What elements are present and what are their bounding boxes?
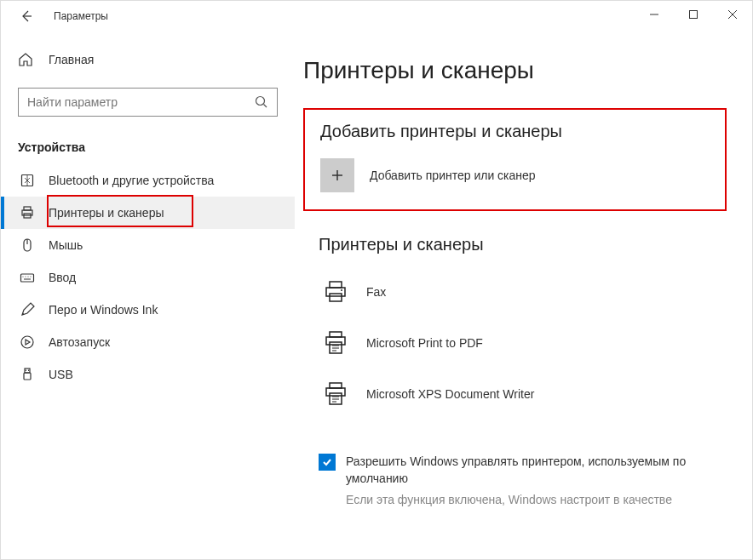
print-pdf-icon bbox=[319, 326, 353, 360]
svg-rect-27 bbox=[330, 282, 342, 288]
category-header: Устройства bbox=[1, 134, 295, 164]
mouse-icon bbox=[20, 237, 35, 253]
svg-point-4 bbox=[256, 97, 265, 106]
plus-icon bbox=[331, 169, 344, 182]
minimize-icon bbox=[650, 10, 658, 19]
svg-rect-20 bbox=[25, 369, 30, 373]
plus-button bbox=[320, 158, 354, 192]
close-button[interactable] bbox=[713, 1, 752, 28]
titlebar: Параметры bbox=[1, 1, 752, 31]
sidebar-item-printers[interactable]: Принтеры и сканеры bbox=[1, 197, 295, 229]
list-section-title: Принтеры и сканеры bbox=[319, 235, 727, 254]
main-content: Принтеры и сканеры Добавить принтеры и с… bbox=[295, 31, 752, 559]
svg-rect-12 bbox=[21, 274, 34, 282]
window-title: Параметры bbox=[54, 10, 108, 22]
pen-icon bbox=[20, 302, 35, 317]
maximize-icon bbox=[689, 10, 698, 19]
sidebar-item-usb[interactable]: USB bbox=[1, 358, 295, 391]
keyboard-icon bbox=[20, 270, 35, 285]
hint-text: Если эта функция включена, Windows настр… bbox=[346, 492, 727, 509]
svg-point-13 bbox=[22, 276, 23, 277]
svg-rect-21 bbox=[24, 373, 31, 380]
sidebar: Главная Устройства Bluetooth и другие ус… bbox=[1, 31, 295, 559]
maximize-button[interactable] bbox=[674, 1, 713, 28]
sidebar-item-autoplay[interactable]: Автозапуск bbox=[1, 326, 295, 358]
sidebar-item-bluetooth[interactable]: Bluetooth и другие устройства bbox=[1, 164, 295, 197]
checkbox[interactable] bbox=[319, 454, 336, 471]
svg-rect-31 bbox=[330, 332, 342, 337]
minimize-button[interactable] bbox=[635, 1, 674, 28]
svg-point-16 bbox=[30, 276, 31, 277]
sidebar-item-label: Перо и Windows Ink bbox=[49, 303, 158, 317]
home-link[interactable]: Главная bbox=[1, 43, 295, 76]
search-box[interactable] bbox=[18, 88, 278, 117]
device-xps-writer[interactable]: Microsoft XPS Document Writer bbox=[319, 369, 727, 420]
close-icon bbox=[728, 10, 737, 19]
add-printer-button[interactable]: Добавить принтер или сканер bbox=[320, 158, 710, 192]
back-button[interactable] bbox=[11, 1, 42, 31]
svg-rect-8 bbox=[24, 207, 31, 210]
device-fax[interactable]: Fax bbox=[319, 266, 727, 317]
xps-icon bbox=[319, 377, 353, 411]
sidebar-item-label: USB bbox=[49, 368, 73, 381]
window-controls bbox=[635, 1, 752, 28]
usb-icon bbox=[20, 367, 35, 382]
sidebar-item-label: Принтеры и сканеры bbox=[49, 206, 164, 220]
svg-point-18 bbox=[22, 313, 24, 315]
sidebar-item-label: Bluetooth и другие устройства bbox=[49, 174, 214, 187]
home-icon bbox=[18, 52, 33, 67]
sidebar-item-mouse[interactable]: Мышь bbox=[1, 229, 295, 261]
device-label: Fax bbox=[366, 285, 386, 299]
printer-icon bbox=[20, 205, 35, 220]
sidebar-item-pen[interactable]: Перо и Windows Ink bbox=[1, 294, 295, 326]
svg-point-14 bbox=[25, 276, 26, 277]
autoplay-icon bbox=[20, 334, 35, 350]
default-printer-checkbox-row[interactable]: Разрешить Windows управлять принтером, и… bbox=[319, 454, 727, 487]
svg-rect-37 bbox=[330, 383, 342, 388]
search-icon bbox=[255, 95, 268, 109]
svg-point-29 bbox=[341, 289, 342, 291]
back-arrow-icon bbox=[20, 9, 33, 23]
sidebar-item-label: Ввод bbox=[49, 271, 76, 284]
checkbox-label: Разрешить Windows управлять принтером, и… bbox=[346, 454, 727, 487]
device-print-pdf[interactable]: Microsoft Print to PDF bbox=[319, 317, 727, 369]
add-section: Добавить принтеры и сканеры Добавить при… bbox=[303, 108, 727, 211]
check-icon bbox=[321, 456, 333, 468]
sidebar-item-label: Автозапуск bbox=[49, 335, 110, 349]
page-title: Принтеры и сканеры bbox=[303, 57, 727, 84]
search-input[interactable] bbox=[27, 95, 255, 109]
add-printer-label: Добавить принтер или сканер bbox=[370, 169, 536, 182]
bluetooth-icon bbox=[20, 173, 35, 188]
svg-rect-28 bbox=[330, 294, 342, 301]
svg-line-5 bbox=[264, 105, 267, 108]
sidebar-item-typing[interactable]: Ввод bbox=[1, 261, 295, 294]
add-section-title: Добавить принтеры и сканеры bbox=[320, 122, 710, 141]
svg-point-19 bbox=[21, 336, 33, 348]
fax-icon bbox=[319, 275, 353, 309]
svg-rect-1 bbox=[690, 11, 698, 19]
svg-point-15 bbox=[27, 276, 28, 277]
device-label: Microsoft XPS Document Writer bbox=[366, 387, 534, 401]
home-label: Главная bbox=[49, 53, 94, 66]
device-label: Microsoft Print to PDF bbox=[366, 336, 483, 350]
sidebar-item-label: Мышь bbox=[49, 238, 83, 252]
